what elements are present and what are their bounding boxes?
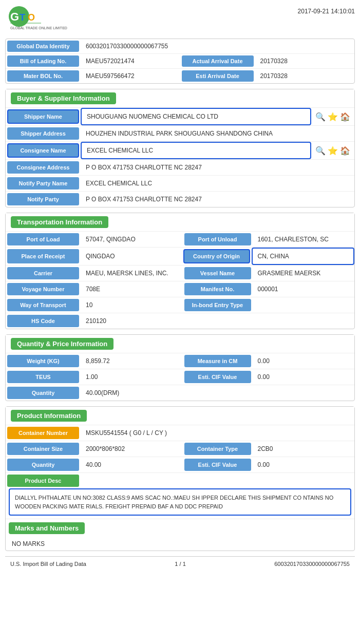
voyage-number-value: 708E bbox=[81, 281, 183, 297]
notify-party-value: P O BOX 471753 CHARLOTTE NC 28247 bbox=[81, 192, 354, 207]
quantity-price-header: Quantity & Price Information bbox=[6, 335, 354, 353]
esti-cif-value: 0.00 bbox=[253, 369, 355, 385]
home-icon[interactable]: 🏠 bbox=[340, 112, 350, 122]
svg-text:G: G bbox=[10, 10, 19, 23]
quantity-price-title: Quantity & Price Information bbox=[11, 338, 113, 350]
footer-center: 1 / 1 bbox=[175, 561, 185, 567]
footer: U.S. Import Bill of Lading Data 1 / 1 60… bbox=[5, 556, 355, 571]
manifest-no-value: 000001 bbox=[253, 281, 355, 297]
shipper-name-row: Shipper Name SHOUGUANG NUOMENG CHEMICAL … bbox=[6, 107, 354, 125]
search-icon[interactable]: 🔍 bbox=[315, 112, 326, 122]
global-data-identity-label: Global Data Identity bbox=[7, 41, 79, 52]
port-of-load-value: 57047, QINGDAO bbox=[81, 232, 183, 247]
shipper-address-label: Shipper Address bbox=[7, 127, 79, 140]
home-icon-2[interactable]: 🏠 bbox=[340, 146, 350, 156]
product-esti-cif-label: Esti. CIF Value bbox=[184, 459, 251, 471]
shipper-actions: 🔍 ⭐ 🏠 bbox=[311, 108, 354, 125]
transportation-header: Transportation Information bbox=[6, 213, 354, 231]
container-number-row: Container Number MSKU5541554 ( G0 / L / … bbox=[6, 425, 354, 441]
consignee-name-row: Consignee Name EXCEL CHEMICAL LLC 🔍 ⭐ 🏠 bbox=[6, 141, 354, 159]
buyer-supplier-header: Buyer & Supplier Information bbox=[6, 89, 354, 107]
container-size-type-row: Container Size 2000*806*802 Container Ty… bbox=[6, 441, 354, 457]
esti-cif-label: Esti. CIF Value bbox=[184, 371, 251, 383]
product-quantity-cif-row: Quantity 40.00 Esti. CIF Value 0.00 bbox=[6, 457, 354, 472]
place-of-receipt-label: Place of Receipt bbox=[7, 249, 79, 263]
mater-bol-row: Mater BOL No. MAEU597566472 Esti Arrival… bbox=[6, 69, 354, 83]
teus-value: 1.00 bbox=[81, 369, 183, 385]
notify-party-row: Notify Party P O BOX 471753 CHARLOTTE NC… bbox=[6, 191, 354, 207]
product-info-section: Product Information Container Number MSK… bbox=[5, 406, 355, 551]
footer-right: 600320170330000000067755 bbox=[274, 561, 350, 567]
notify-party-name-row: Notify Party Name EXCEL CHEMICAL LLC bbox=[6, 175, 354, 191]
country-of-origin-value: CN, CHINA bbox=[252, 248, 355, 265]
way-of-transport-value: 10 bbox=[81, 297, 183, 313]
inbond-entry-type-value bbox=[253, 297, 355, 313]
transportation-section: Transportation Information Port of Load … bbox=[5, 213, 355, 329]
measure-value: 0.00 bbox=[253, 353, 355, 369]
voyage-number-label: Voyage Number bbox=[7, 283, 79, 295]
product-esti-cif-value: 0.00 bbox=[253, 457, 355, 472]
top-info-block: Global Data Identity 6003201703300000000… bbox=[5, 39, 355, 84]
shipper-name-value: SHOUGUANG NUOMENG CHEMICAL CO LTD bbox=[81, 108, 311, 125]
teus-label: TEUS bbox=[7, 371, 79, 383]
container-number-label: Container Number bbox=[7, 427, 79, 439]
footer-left: U.S. Import Bill of Lading Data bbox=[10, 561, 86, 567]
bol-value: MAEU572021474 bbox=[81, 54, 180, 68]
manifest-no-label: Manifest No. bbox=[184, 283, 251, 295]
product-quantity-label: Quantity bbox=[7, 459, 79, 471]
way-of-transport-label: Way of Transport bbox=[7, 299, 79, 311]
container-size-label: Container Size bbox=[7, 443, 79, 455]
esti-arrival-label: Esti Arrival Date bbox=[182, 70, 254, 82]
marks-value: NO MARKS bbox=[6, 537, 354, 551]
star-icon[interactable]: ⭐ bbox=[328, 112, 338, 122]
consignee-name-label: Consignee Name bbox=[7, 143, 79, 158]
carrier-label: Carrier bbox=[7, 267, 79, 279]
port-of-unload-label: Port of Unload bbox=[184, 233, 251, 245]
port-of-unload-value: 1601, CHARLESTON, SC bbox=[253, 232, 355, 247]
vessel-name-label: Vessel Name bbox=[184, 267, 251, 279]
global-data-identity-row: Global Data Identity 6003201703300000000… bbox=[6, 39, 354, 54]
logo: G T O GLOBAL TRADE ONLINE LIMITED bbox=[5, 5, 72, 33]
vessel-name-value: GRASMERE MAERSK bbox=[253, 266, 355, 281]
bol-row: Bill of Lading No. MAEU572021474 Actual … bbox=[6, 54, 354, 69]
actual-arrival-value: 20170328 bbox=[255, 54, 355, 68]
hs-code-row: HS Code 210120 bbox=[6, 313, 354, 329]
notify-party-label: Notify Party bbox=[7, 193, 79, 205]
buyer-supplier-title: Buyer & Supplier Information bbox=[11, 92, 116, 104]
place-of-receipt-value: QINGDAO bbox=[81, 248, 182, 265]
carrier-value: MAEU, MAERSK LINES, INC. bbox=[81, 266, 183, 281]
marks-and-numbers-label: Marks and Numbers bbox=[9, 522, 85, 534]
container-type-label: Container Type bbox=[184, 443, 251, 455]
svg-text:GLOBAL TRADE  ONLINE LIMITED: GLOBAL TRADE ONLINE LIMITED bbox=[10, 26, 67, 30]
teus-cif-row: TEUS 1.00 Esti. CIF Value 0.00 bbox=[6, 369, 354, 385]
global-data-identity-value: 600320170330000000067755 bbox=[81, 39, 354, 53]
container-type-value: 2CB0 bbox=[253, 441, 355, 457]
product-info-header: Product Information bbox=[6, 407, 354, 425]
quantity-price-section: Quantity & Price Information Weight (KG)… bbox=[5, 334, 355, 401]
carrier-vessel-row: Carrier MAEU, MAERSK LINES, INC. Vessel … bbox=[6, 265, 354, 281]
country-of-origin-label: Country of Origin bbox=[183, 249, 250, 263]
receipt-origin-row: Place of Receipt QINGDAO Country of Orig… bbox=[6, 247, 354, 265]
esti-arrival-value: 20170328 bbox=[255, 69, 355, 83]
star-icon-2[interactable]: ⭐ bbox=[328, 146, 338, 156]
consignee-address-label: Consignee Address bbox=[7, 161, 79, 174]
quantity-label: Quantity bbox=[7, 387, 79, 399]
container-size-value: 2000*806*802 bbox=[81, 441, 183, 457]
shipper-address-value: HOUZHEN INDUSTRIAL PARK SHOUGUANG SHANDO… bbox=[81, 126, 354, 141]
actual-arrival-label: Actual Arrival Date bbox=[182, 55, 254, 67]
hs-code-label: HS Code bbox=[7, 315, 79, 327]
bol-label: Bill of Lading No. bbox=[7, 55, 79, 67]
search-icon-2[interactable]: 🔍 bbox=[315, 146, 326, 156]
product-desc-text: DIALLYL PHTHALATE UN NO:3082 CLASS:9 AMS… bbox=[9, 488, 351, 516]
consignee-address-value: P O BOX 471753 CHARLOTTE NC 28247 bbox=[81, 160, 354, 175]
port-row: Port of Load 57047, QINGDAO Port of Unlo… bbox=[6, 231, 354, 247]
product-info-title: Product Information bbox=[11, 410, 87, 422]
voyage-manifest-row: Voyage Number 708E Manifest No. 000001 bbox=[6, 281, 354, 297]
product-quantity-value: 40.00 bbox=[81, 457, 183, 472]
mater-bol-label: Mater BOL No. bbox=[7, 70, 79, 82]
weight-value: 8,859.72 bbox=[81, 353, 183, 369]
quantity-row: Quantity 40.00(DRM) bbox=[6, 385, 354, 401]
mater-bol-value: MAEU597566472 bbox=[81, 69, 180, 83]
notify-party-name-label: Notify Party Name bbox=[7, 177, 79, 190]
notify-party-name-value: EXCEL CHEMICAL LLC bbox=[81, 176, 354, 191]
